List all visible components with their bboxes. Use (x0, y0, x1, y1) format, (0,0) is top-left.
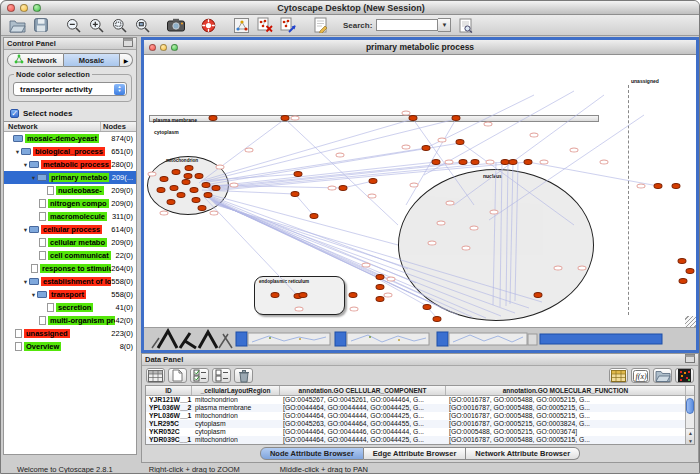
network-tree-item[interactable]: unassigned223(0) (4, 327, 136, 340)
column-header[interactable]: _cellularLayoutRegion (192, 386, 280, 395)
network-node[interactable] (433, 316, 442, 322)
network-node[interactable] (432, 159, 441, 165)
network-node[interactable] (167, 199, 176, 205)
tab-network-attribute-browser[interactable]: Network Attribute Browser (466, 447, 580, 460)
network-node[interactable] (198, 205, 207, 211)
network-node[interactable] (471, 159, 480, 165)
network-tree-item[interactable]: ▼metabolic process280(0) (4, 158, 136, 171)
network-tree-item[interactable]: ▼establishment of lo558(0) (4, 275, 136, 288)
snapshot-icon[interactable] (165, 16, 186, 34)
network-node[interactable] (170, 185, 179, 191)
network-node[interactable] (423, 304, 432, 310)
enhanced-search-icon[interactable] (455, 16, 476, 34)
scrollbar-thumb[interactable] (686, 398, 694, 414)
close-window-icon[interactable] (7, 4, 15, 12)
help-ring-icon[interactable] (198, 16, 219, 34)
annotation-icon[interactable] (310, 16, 331, 34)
network-tree-item[interactable]: nucleobase-209(0) (4, 184, 136, 197)
table-row[interactable]: YPL036W__1mitochondrion[GO:0044464, GO:0… (146, 412, 694, 420)
select-nodes-checkbox[interactable]: ✓ (10, 109, 19, 118)
network-node[interactable] (281, 115, 290, 121)
expand-arrow-icon[interactable]: ▼ (30, 175, 37, 181)
network-tree-item[interactable]: Overview8(0) (4, 340, 136, 353)
column-header[interactable]: annotation.GO CELLULAR_COMPONENT (280, 386, 446, 395)
network-node[interactable] (212, 185, 221, 191)
network-tree-item[interactable]: ▼cellular process614(0) (4, 223, 136, 236)
expand-arrow-icon[interactable]: ▼ (22, 227, 29, 233)
network-node[interactable] (271, 292, 280, 298)
network-node[interactable] (679, 278, 688, 284)
network-node[interactable] (184, 173, 193, 179)
import-table-icon[interactable] (609, 368, 628, 383)
network-node[interactable] (452, 115, 461, 121)
network-node[interactable] (376, 274, 385, 280)
tab-mosaic[interactable]: Mosaic (64, 53, 120, 67)
network-node[interactable] (376, 296, 385, 302)
network-overview-icon[interactable] (231, 16, 252, 34)
new-attribute-icon[interactable] (168, 368, 187, 383)
float-panel-icon[interactable] (123, 38, 133, 49)
column-header[interactable]: annotation.GO MOLECULAR_FUNCTION (446, 386, 686, 395)
network-tree-item[interactable]: secretion41(0) (4, 301, 136, 314)
matrix-icon[interactable] (675, 368, 694, 383)
scrollbar-arrows[interactable]: ▲▼ (686, 428, 695, 444)
network-node[interactable] (376, 284, 385, 290)
network-node[interactable] (172, 169, 181, 175)
expand-arrow-icon[interactable]: ▼ (22, 279, 29, 285)
network-node[interactable] (678, 258, 687, 264)
network-node[interactable] (195, 173, 204, 179)
expand-arrow-icon[interactable]: ▼ (22, 162, 29, 168)
network-window-titlebar[interactable]: primary metabolic process (144, 40, 696, 55)
network-node[interactable] (157, 187, 166, 193)
open-attribute-icon[interactable] (653, 368, 672, 383)
zoom-selected-icon[interactable] (132, 16, 153, 34)
table-row[interactable]: YPL036W__2plasma membrane[GO:0044464, GO… (146, 404, 694, 412)
function-builder-icon[interactable]: f(x) (631, 368, 650, 383)
delete-attribute-icon[interactable] (234, 368, 253, 383)
tab-network[interactable]: Network (7, 53, 64, 67)
table-row[interactable]: YLR295Ccytoplasm[GO:0045263, GO:0044464,… (146, 420, 694, 428)
minimize-window-icon[interactable] (20, 4, 28, 12)
network-tree-item[interactable]: cellular metabo209(0) (4, 236, 136, 249)
network-node[interactable] (409, 115, 418, 121)
network-node[interactable] (182, 179, 191, 185)
table-row[interactable]: YDR039C__1mitochondrion[GO:0044464, GO:0… (146, 436, 694, 444)
network-node[interactable] (672, 183, 681, 189)
node-color-combobox[interactable]: transporter activity ▲▼ (13, 82, 127, 96)
destroy-network-icon[interactable] (254, 16, 275, 34)
network-node[interactable] (459, 159, 468, 165)
network-node[interactable] (160, 176, 169, 182)
search-dropdown-icon[interactable]: ▼ (438, 18, 451, 32)
expand-arrow-icon[interactable]: ▼ (14, 149, 21, 155)
table-row[interactable]: YJR121W__1mitochondrion[GO:0045267, GO:0… (146, 396, 694, 404)
open-file-icon[interactable] (7, 16, 28, 34)
unselect-attributes-icon[interactable] (212, 368, 231, 383)
table-row[interactable]: YKR052Ccytoplasm[GO:0044464, GO:0044446,… (146, 428, 694, 436)
network-tree-item[interactable]: nitrogen compo209(0) (4, 197, 136, 210)
network-node[interactable] (190, 187, 199, 193)
close-window-icon[interactable] (149, 44, 156, 51)
network-node[interactable] (177, 192, 186, 198)
network-node[interactable] (349, 292, 358, 298)
network-node[interactable] (294, 171, 303, 177)
network-tree-item[interactable]: cell communicat22(0) (4, 249, 136, 262)
network-node[interactable] (422, 145, 431, 151)
network-node[interactable] (456, 139, 465, 145)
expand-arrow-icon[interactable]: ▼ (30, 292, 37, 298)
network-node[interactable] (291, 191, 300, 197)
column-header[interactable]: ID (146, 386, 192, 395)
network-node[interactable] (204, 192, 213, 198)
save-session-icon[interactable] (30, 16, 51, 34)
select-attributes-icon[interactable] (190, 368, 209, 383)
network-tree-item[interactable]: ▼transport558(0) (4, 288, 136, 301)
network-node[interactable] (339, 185, 348, 191)
app-titlebar[interactable]: Cytoscape Desktop (New Session) (1, 1, 700, 15)
network-node[interactable] (524, 159, 533, 165)
network-node[interactable] (185, 165, 194, 171)
network-node[interactable] (192, 197, 201, 203)
network-node[interactable] (202, 182, 211, 188)
network-node[interactable] (654, 183, 663, 189)
network-tree-item[interactable]: multi-organism pro42(0) (4, 314, 136, 327)
network-node[interactable] (509, 159, 518, 165)
network-tree-item[interactable]: macromolecule311(0) (4, 210, 136, 223)
